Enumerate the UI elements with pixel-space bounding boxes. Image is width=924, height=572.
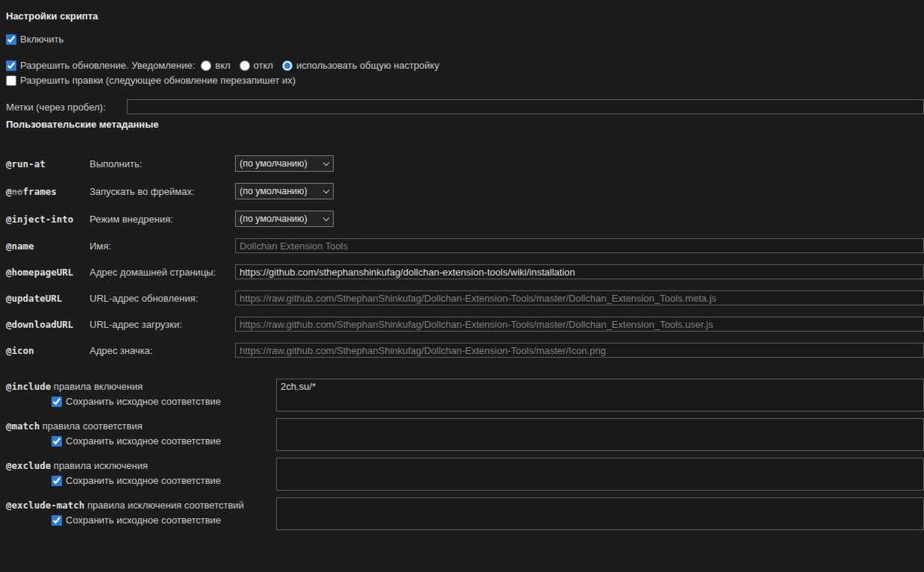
noframes-row: @noframes Запускать во фреймах: (по умол…: [6, 183, 924, 199]
match-textarea[interactable]: [276, 418, 924, 451]
exclude-match-label: правила исключения соответствий: [87, 500, 244, 511]
exclude-keep-label[interactable]: Сохранить исходное соответствие: [51, 475, 276, 486]
include-key: @include: [6, 381, 51, 392]
update-label: Разрешить обновление. Уведомление:: [20, 60, 195, 71]
homepage-url-row: @homepageURL Адрес домашней страницы:: [6, 264, 924, 279]
include-keep-checkbox[interactable]: [51, 397, 62, 407]
noframes-key-rest: frames: [23, 186, 57, 197]
icon-row: @icon Адрес значка:: [6, 343, 924, 358]
notify-radio-group: вкл откл использовать общую настройку: [201, 60, 448, 71]
metadata-rows: @run-at Выполнить: (по умолчанию) @nofra…: [6, 155, 924, 358]
script-settings-title: Настройки скрипта: [6, 10, 924, 22]
tags-label: Метки (через пробел):: [6, 102, 127, 113]
notify-radio-on-label[interactable]: вкл: [201, 60, 230, 71]
noframes-label: Запускать во фреймах:: [90, 186, 235, 197]
inject-into-label: Режим внедрения:: [90, 214, 235, 225]
update-url-key: @updateURL: [6, 293, 90, 304]
inject-into-row: @inject-into Режим внедрения: (по умолча…: [6, 211, 924, 227]
enable-label: Включить: [20, 34, 63, 45]
download-url-label: URL-адрес загрузки:: [90, 319, 235, 330]
exclude-match-head: @exclude-match правила исключения соотве…: [6, 500, 276, 511]
noframes-key-at: @: [6, 186, 12, 197]
include-head: @include правила включения: [6, 381, 276, 392]
notify-radio-on-text: вкл: [215, 60, 230, 71]
name-row: @name Имя:: [6, 238, 924, 253]
homepage-url-label: Адрес домашней страницы:: [90, 267, 235, 278]
rules-section: @include правила включения Сохранить исх…: [6, 379, 924, 530]
update-url-row: @updateURL URL-адрес обновления:: [6, 290, 924, 305]
exclude-match-keep-text: Сохранить исходное соответствие: [66, 515, 221, 526]
download-url-key: @downloadURL: [6, 319, 90, 330]
notify-radio-off-label[interactable]: откл: [240, 60, 273, 71]
notify-radio-off[interactable]: [240, 60, 250, 71]
exclude-match-keep-label[interactable]: Сохранить исходное соответствие: [51, 515, 276, 526]
match-label: правила соответствия: [43, 420, 143, 432]
match-keep-label[interactable]: Сохранить исходное соответствие: [51, 435, 276, 447]
run-at-key: @run-at: [6, 158, 90, 170]
exclude-key: @exclude: [6, 460, 51, 471]
name-input[interactable]: [235, 238, 924, 253]
run-at-row: @run-at Выполнить: (по умолчанию): [6, 155, 924, 172]
enable-checkbox[interactable]: [6, 34, 16, 45]
match-head: @match правила соответствия: [6, 420, 276, 432]
download-url-row: @downloadURL URL-адрес загрузки:: [6, 317, 924, 332]
enable-row: Включить: [6, 34, 924, 45]
update-url-input[interactable]: [235, 290, 924, 305]
edits-row: Разрешить правки (следующее обновление п…: [6, 75, 924, 86]
update-row: Разрешить обновление. Уведомление: вкл о…: [6, 60, 924, 71]
include-label: правила включения: [54, 381, 143, 392]
run-at-select[interactable]: (по умолчанию): [235, 155, 334, 172]
noframes-key: @noframes: [6, 186, 90, 197]
exclude-label: правила исключения: [54, 460, 148, 471]
exclude-match-group: @exclude-match правила исключения соотве…: [6, 497, 924, 530]
match-key: @match: [6, 420, 40, 432]
include-group: @include правила включения Сохранить исх…: [6, 379, 924, 411]
noframes-key-struck: no: [12, 186, 23, 197]
exclude-textarea[interactable]: [276, 458, 924, 491]
exclude-match-key: @exclude-match: [6, 500, 84, 511]
download-url-input[interactable]: [235, 317, 924, 332]
enable-checkbox-label[interactable]: Включить: [6, 34, 63, 45]
edits-checkbox-label[interactable]: Разрешить правки (следующее обновление п…: [6, 75, 296, 86]
edits-checkbox[interactable]: [6, 75, 16, 86]
update-url-label: URL-адрес обновления:: [90, 293, 235, 304]
match-keep-text: Сохранить исходное соответствие: [66, 435, 221, 447]
metadata-title: Пользовательские метаданные: [6, 119, 924, 130]
homepage-url-input[interactable]: [235, 264, 924, 279]
noframes-select[interactable]: (по умолчанию): [235, 183, 334, 199]
match-group: @match правила соответствия Сохранить ис…: [6, 418, 924, 451]
include-keep-label[interactable]: Сохранить исходное соответствие: [51, 396, 276, 407]
inject-into-select[interactable]: (по умолчанию): [235, 211, 334, 227]
exclude-match-keep-checkbox[interactable]: [51, 515, 62, 526]
include-textarea[interactable]: 2ch.su/*: [276, 379, 924, 411]
notify-radio-global[interactable]: [282, 60, 293, 71]
icon-url-input[interactable]: [235, 343, 924, 358]
update-checkbox-label[interactable]: Разрешить обновление. Уведомление:: [6, 60, 195, 71]
notify-radio-on[interactable]: [201, 60, 211, 71]
script-settings-page: Настройки скрипта Включить Разрешить обн…: [0, 0, 924, 572]
exclude-keep-checkbox[interactable]: [51, 476, 62, 486]
include-keep-text: Сохранить исходное соответствие: [66, 396, 221, 407]
edits-label: Разрешить правки (следующее обновление п…: [20, 75, 296, 86]
update-checkbox[interactable]: [6, 60, 16, 71]
exclude-match-textarea[interactable]: [276, 497, 924, 530]
exclude-group: @exclude правила исключения Сохранить ис…: [6, 458, 924, 491]
notify-radio-global-text: использовать общую настройку: [296, 60, 440, 71]
tags-row: Метки (через пробел):: [6, 99, 924, 114]
match-keep-checkbox[interactable]: [51, 436, 62, 447]
exclude-head: @exclude правила исключения: [6, 460, 276, 471]
icon-key: @icon: [6, 345, 90, 356]
run-at-select-wrap: (по умолчанию): [235, 155, 334, 172]
inject-into-key: @inject-into: [6, 214, 90, 225]
notify-radio-global-label[interactable]: использовать общую настройку: [282, 60, 440, 71]
name-key: @name: [6, 240, 90, 252]
icon-label: Адрес значка:: [90, 345, 235, 356]
exclude-keep-text: Сохранить исходное соответствие: [66, 475, 221, 486]
run-at-label: Выполнить:: [90, 158, 235, 170]
notify-radio-off-text: откл: [254, 60, 273, 71]
tags-input[interactable]: [127, 99, 924, 114]
homepage-url-key: @homepageURL: [6, 267, 90, 278]
noframes-select-wrap: (по умолчанию): [235, 183, 334, 199]
inject-into-select-wrap: (по умолчанию): [235, 211, 334, 227]
name-label: Имя:: [90, 240, 235, 252]
